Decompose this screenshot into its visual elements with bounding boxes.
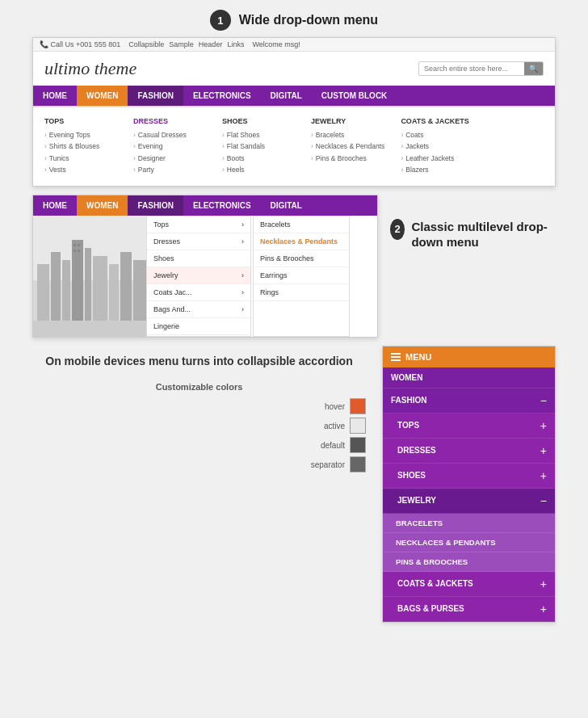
mega-col-shoes-title: SHOES: [222, 117, 295, 125]
mega-link-necklaces[interactable]: Necklaces & Pendants: [311, 141, 384, 152]
mega-link-casual[interactable]: Casual Dresses: [133, 129, 206, 141]
classic-sub-pins[interactable]: Pins & Brooches: [254, 250, 349, 267]
nav-digital[interactable]: DIGITAL: [261, 86, 312, 106]
color-row-hover: hover: [32, 398, 366, 414]
classic-dropdown-area: Tops› Dresses› Shoes Jewelry› Coats Jac.…: [33, 216, 377, 337]
classic-menu: Tops› Dresses› Shoes Jewelry› Coats Jac.…: [146, 216, 251, 337]
mobile-item-fashion[interactable]: FASHION −: [383, 388, 555, 414]
fashion-minus-icon: −: [540, 394, 547, 407]
mobile-desc: On mobile devices menu turns into collap…: [32, 346, 366, 623]
topbar-link-links[interactable]: Links: [227, 40, 244, 48]
mobile-sub2-necklaces[interactable]: NECKLACES & PENDANTS: [383, 533, 555, 552]
mega-link-party[interactable]: Party: [133, 164, 206, 175]
color-row-active: active: [32, 418, 366, 434]
classic-item-lingerie[interactable]: Lingerie: [147, 318, 250, 335]
topbar-welcome: Welcome msg!: [252, 40, 300, 48]
topbar-link-sample[interactable]: Sample: [169, 40, 194, 48]
section2: HOME WOMEN FASHION ELECTRONICS DIGITAL: [32, 195, 556, 338]
bottom-section: On mobile devices menu turns into collap…: [32, 346, 556, 623]
nav2-electronics[interactable]: ELECTRONICS: [183, 195, 261, 216]
mega-col-jewelry-title: JEWELRY: [311, 117, 384, 125]
color-label-active: active: [300, 422, 345, 430]
svg-rect-12: [78, 244, 80, 246]
mega-col-tops-title: TOPS: [44, 117, 117, 125]
mobile-menu-header-label: MENU: [405, 352, 431, 362]
classic-item-dresses[interactable]: Dresses›: [147, 233, 250, 250]
main-nav-1: HOME WOMEN FASHION ELECTRONICS DIGITAL C…: [33, 86, 555, 106]
mega-link-blazers[interactable]: Blazers: [401, 164, 473, 175]
color-label-hover: hover: [300, 402, 345, 411]
mega-link-flat-sandals[interactable]: Flat Sandals: [222, 141, 295, 152]
mega-link-designer[interactable]: Designer: [133, 153, 206, 164]
mobile-sub-shoes[interactable]: SHOES +: [383, 464, 555, 489]
mega-link-flat-shoes[interactable]: Flat Shoes: [222, 129, 295, 141]
classic-item-shoes[interactable]: Shoes: [147, 250, 250, 267]
classic-submenu-jewelry: Bracelets Necklaces & Pendants Pins & Br…: [253, 216, 350, 337]
mobile-sub-dresses[interactable]: DRESSES +: [383, 439, 555, 464]
mobile-item-women-label: WOMEN: [391, 373, 422, 382]
search-button[interactable]: 🔍: [524, 62, 543, 75]
classic-sub-bracelets[interactable]: Bracelets: [254, 216, 349, 233]
nav-custom-block[interactable]: CUSTOM BLOCK: [312, 86, 397, 106]
classic-item-coats[interactable]: Coats Jac...›: [147, 284, 250, 301]
mega-col-dresses-title: DRESSES: [133, 117, 206, 125]
color-row-separator: separator: [32, 456, 366, 472]
classic-sub-necklaces[interactable]: Necklaces & Pendants: [254, 233, 349, 250]
mega-link-vests[interactable]: Vests: [44, 164, 117, 175]
mobile-sub-coats[interactable]: COATS & JACKETS +: [383, 572, 555, 597]
classic-item-bags[interactable]: Bags And...›: [147, 301, 250, 318]
nav2-women[interactable]: WOMEN: [77, 195, 128, 216]
topbar-link-header[interactable]: Header: [199, 40, 223, 48]
mobile-desc-text: On mobile devices menu turns into collap…: [32, 354, 366, 370]
mobile-item-women[interactable]: WOMEN: [383, 367, 555, 388]
mega-link-evening-tops[interactable]: Evening Tops: [44, 129, 117, 141]
mega-link-evening[interactable]: Evening: [133, 141, 206, 152]
nav-home[interactable]: HOME: [33, 86, 77, 106]
nav2-home[interactable]: HOME: [33, 195, 77, 216]
mega-link-boots[interactable]: Boots: [222, 153, 295, 164]
search-bar: 🔍: [418, 61, 544, 76]
search-input[interactable]: [419, 62, 524, 75]
mega-col-shoes: SHOES Flat Shoes Flat Sandals Boots Heel…: [222, 117, 295, 176]
topbar: 📞 Call Us +001 555 801 Collapsible Sampl…: [33, 38, 555, 52]
mega-link-heels[interactable]: Heels: [222, 164, 295, 175]
classic-sub-rings[interactable]: Rings: [254, 284, 349, 301]
mobile-sub-jewelry[interactable]: JEWELRY −: [383, 489, 555, 514]
mobile-sub2-bracelets[interactable]: BRACELETS: [383, 514, 555, 533]
mobile-sub-tops[interactable]: TOPS +: [383, 414, 555, 439]
mobile-sub2-pins[interactable]: PINS & BROOCHES: [383, 552, 555, 572]
nav2-fashion[interactable]: FASHION: [128, 195, 183, 216]
mobile-sub-bags[interactable]: BAGS & PURSES +: [383, 597, 555, 622]
mobile-sub-coats-label: COATS & JACKETS: [397, 579, 473, 588]
demo-window-2: HOME WOMEN FASHION ELECTRONICS DIGITAL: [32, 195, 378, 338]
nav-electronics[interactable]: ELECTRONICS: [183, 86, 261, 106]
logo: ultimo theme: [44, 58, 136, 79]
mega-link-pins[interactable]: Pins & Brooches: [311, 153, 384, 164]
topbar-link-collapsible[interactable]: Collapsible: [128, 40, 164, 48]
annotation1-header: 1 Wide drop-down menu: [0, 0, 588, 37]
city-image: [33, 216, 146, 337]
annotation2-text: Classic multilevel drop-down menu: [411, 219, 556, 250]
classic-sub-earrings[interactable]: Earrings: [254, 267, 349, 284]
shoes-plus-icon: +: [540, 469, 547, 482]
colors-label: Customizable colors: [32, 382, 366, 392]
nav2-digital[interactable]: DIGITAL: [261, 195, 312, 216]
nav-fashion[interactable]: FASHION: [128, 86, 183, 106]
hamburger-icon: [391, 353, 401, 361]
mega-link-jackets[interactable]: Jackets: [401, 141, 473, 152]
nav-women[interactable]: WOMEN: [77, 86, 128, 106]
classic-item-tops[interactable]: Tops›: [147, 216, 250, 233]
demo-nav-2: HOME WOMEN FASHION ELECTRONICS DIGITAL: [33, 195, 377, 216]
mega-link-tunics[interactable]: Tunics: [44, 153, 117, 164]
mega-link-leather-jackets[interactable]: Leather Jackets: [401, 153, 473, 164]
topbar-links: Collapsible Sample Header Links: [128, 40, 244, 48]
mega-link-shirts[interactable]: Shirts & Blouses: [44, 141, 117, 152]
logo-search-area: ultimo theme 🔍: [33, 52, 555, 86]
mega-link-bracelets[interactable]: Bracelets: [311, 129, 384, 141]
classic-item-jewelry[interactable]: Jewelry›: [147, 267, 250, 284]
mega-link-coats[interactable]: Coats: [401, 129, 473, 141]
mobile-menu-header: MENU: [383, 346, 555, 367]
jewelry-minus-icon: −: [540, 494, 547, 507]
mega-col-tops: TOPS Evening Tops Shirts & Blouses Tunic…: [44, 117, 117, 176]
mobile-sub-tops-label: TOPS: [397, 421, 419, 430]
